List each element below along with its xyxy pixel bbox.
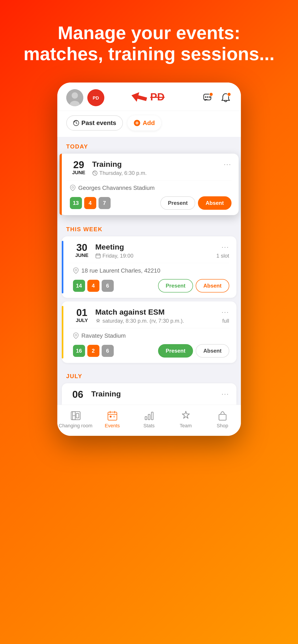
team-badge[interactable]: PD [87, 89, 104, 106]
absent-button[interactable]: Absent [198, 196, 231, 210]
nav-stats-label: Stats [143, 423, 154, 429]
match-time-row: saturday, 8:30 p.m. (rv, 7:30 p.m.). ful… [95, 318, 229, 324]
july-info: Training ··· [87, 390, 229, 398]
present-button[interactable]: Present [160, 196, 195, 210]
nav-shop-label: Shop [217, 423, 228, 429]
match-present-button[interactable]: Present [158, 344, 193, 358]
meeting-title-row: Meeting ··· [95, 242, 229, 251]
match-esm-card: 01 JULY Match against ESM ··· saturday, … [62, 302, 236, 363]
svg-point-16 [75, 334, 77, 336]
svg-text:PD: PD [93, 96, 99, 100]
match-more-dots[interactable]: ··· [221, 308, 229, 316]
july-training-inner: 06 Training ··· [69, 390, 229, 399]
meeting-title: Meeting [95, 242, 124, 251]
past-events-label: Past events [82, 120, 116, 126]
meeting-attendees-row: 14 4 6 Present Absent [69, 279, 229, 292]
meeting-location-row: 18 rue Laurent Charles, 42210 [69, 263, 229, 274]
july-title: Training [91, 390, 121, 398]
nav-changing-room[interactable]: Changing room [57, 410, 94, 429]
july-more-dots[interactable]: ··· [221, 390, 229, 398]
match-info: Match against ESM ··· saturday, 8:30 p.m… [91, 308, 229, 324]
svg-point-8 [207, 96, 208, 98]
event-date: 29 JUNE [70, 160, 88, 176]
event-title: Training [92, 160, 122, 168]
july-day: 06 [69, 390, 87, 399]
present-badge: 13 [70, 197, 82, 209]
svg-rect-25 [151, 412, 153, 420]
headline-line1: Manage your events: [24, 22, 274, 44]
event-more-dots[interactable]: ··· [224, 160, 231, 168]
match-month: JULY [73, 318, 91, 323]
top-bar: PD PD [57, 82, 241, 111]
training-time: Thursday, 6:30 p.m. [99, 170, 147, 176]
add-label: Add [143, 120, 155, 126]
top-bar-right [201, 92, 232, 104]
nav-events[interactable]: Events [94, 410, 131, 429]
action-bar: Past events Add [57, 111, 241, 137]
event-location-row: Georges Chavannes Stadium [67, 180, 231, 192]
july-section-label: JULY [57, 366, 241, 383]
nav-events-label: Events [105, 423, 120, 429]
match-badge-group: 16 2 6 [73, 345, 114, 357]
svg-rect-14 [96, 254, 100, 258]
match-other-badge: 6 [102, 345, 114, 357]
nav-team-label: Team [180, 423, 192, 429]
meeting-card: 30 JUNE Meeting ··· Frid [62, 236, 236, 298]
nav-shop[interactable]: Shop [204, 410, 241, 429]
meeting-info: Meeting ··· Friday, 19:00 1 slot [91, 242, 229, 259]
svg-rect-22 [113, 416, 115, 418]
nav-team[interactable]: Team [167, 410, 204, 429]
svg-rect-24 [148, 414, 150, 420]
svg-text:PD: PD [150, 91, 165, 103]
past-events-button[interactable]: Past events [66, 116, 123, 130]
match-date: 01 JULY [73, 308, 91, 323]
meeting-location: 18 rue Laurent Charles, 42210 [82, 267, 161, 274]
meeting-date: 30 JUNE [73, 242, 91, 258]
chat-notification-dot [209, 92, 213, 96]
meeting-accent [62, 241, 63, 294]
match-absent-badge: 2 [87, 345, 99, 357]
card-inner: 29 JUNE Training ··· [67, 160, 231, 176]
meeting-month: JUNE [73, 252, 91, 258]
meeting-absent-badge: 4 [87, 280, 99, 292]
meeting-other-badge: 6 [102, 280, 114, 292]
svg-rect-21 [110, 416, 112, 418]
notification-button[interactable] [219, 92, 232, 104]
meeting-inner: 30 JUNE Meeting ··· Frid [69, 242, 229, 259]
top-bar-left: PD [66, 89, 104, 106]
event-time: Thursday, 6:30 p.m. [92, 170, 231, 176]
match-absent-button[interactable]: Absent [196, 344, 229, 358]
meeting-more-dots[interactable]: ··· [221, 243, 229, 251]
phone-mockup: PD PD [57, 82, 241, 436]
match-inner: 01 JULY Match against ESM ··· saturday, … [69, 308, 229, 324]
svg-point-9 [209, 96, 210, 98]
meeting-present-badge: 14 [73, 280, 85, 292]
svg-point-1 [72, 92, 78, 98]
match-location-row: Ravatey Stadium [69, 328, 229, 339]
this-week-section-label: THIS WEEK [57, 220, 241, 236]
svg-point-15 [75, 269, 77, 271]
meeting-present-button[interactable]: Present [158, 279, 193, 292]
nav-stats[interactable]: Stats [131, 410, 167, 429]
event-title-row: Training ··· [92, 160, 231, 168]
avatar[interactable] [66, 89, 83, 106]
scroll-content: TODAY 29 JUNE Training ··· [57, 137, 241, 405]
meeting-day: 30 [73, 242, 91, 252]
chat-button[interactable] [201, 92, 214, 104]
event-month: JUNE [70, 170, 88, 176]
match-title-row: Match against ESM ··· [95, 308, 229, 316]
july-title-row: Training ··· [91, 390, 229, 398]
match-slot: full [222, 318, 229, 324]
nav-changing-room-label: Changing room [59, 423, 92, 429]
attendees-row: 13 4 7 Present Absent [67, 196, 231, 210]
card-accent [60, 154, 62, 215]
match-accent [62, 306, 63, 358]
add-button[interactable]: Add [127, 116, 161, 130]
match-time-text: saturday, 8:30 p.m. (rv, 7:30 p.m.). [103, 318, 184, 324]
action-buttons: Present Absent [160, 196, 231, 210]
meeting-time-row: Friday, 19:00 1 slot [95, 253, 229, 259]
svg-point-13 [72, 186, 74, 188]
meeting-absent-button[interactable]: Absent [196, 279, 229, 292]
match-day: 01 [73, 308, 91, 318]
match-title: Match against ESM [95, 308, 165, 316]
